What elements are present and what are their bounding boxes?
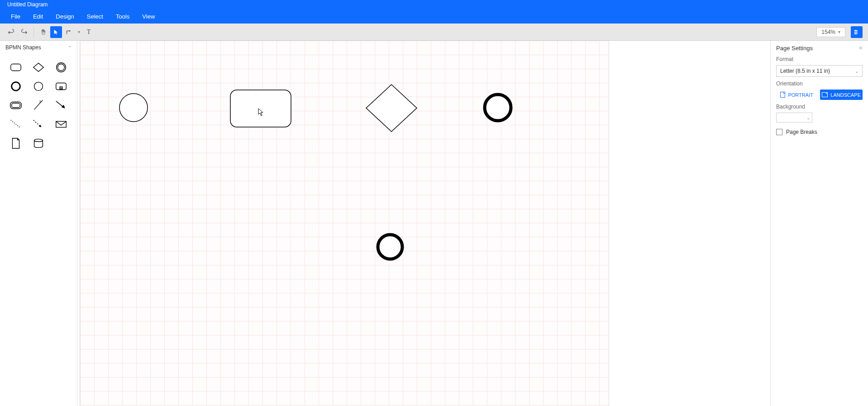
canvas-shape-circle[interactable]	[119, 93, 148, 124]
shape-subprocess[interactable]	[51, 78, 72, 95]
svg-rect-11	[12, 103, 20, 107]
document-title: Untitled Diagram	[7, 1, 48, 8]
canvas-page[interactable]	[80, 41, 609, 406]
shape-double-circle[interactable]	[51, 59, 72, 76]
menu-edit[interactable]: Edit	[27, 11, 49, 22]
svg-point-17	[378, 235, 402, 259]
title-bar: Untitled Diagram	[0, 0, 868, 9]
shape-datastore[interactable]	[28, 135, 49, 152]
properties-panel-toggle[interactable]	[851, 26, 863, 38]
canvas-shape-diamond[interactable]	[365, 84, 418, 134]
svg-rect-18	[781, 92, 785, 98]
portrait-button[interactable]: PORTRAIT	[776, 90, 817, 100]
menu-tools[interactable]: Tools	[110, 11, 136, 22]
pointer-tool-button[interactable]	[50, 26, 62, 38]
svg-point-6	[12, 82, 20, 91]
pan-tool-button[interactable]	[38, 26, 49, 38]
separator	[33, 27, 34, 37]
svg-point-5	[58, 64, 65, 71]
background-label: Background	[776, 104, 863, 110]
menu-file[interactable]: File	[5, 11, 27, 22]
shape-line-connector[interactable]	[28, 97, 49, 114]
svg-point-0	[855, 30, 856, 31]
canvas-shape-rounded-rect[interactable]	[229, 89, 292, 130]
properties-panel: Page Settings × Format Letter (8.5 in x …	[771, 41, 868, 406]
canvas[interactable]	[77, 41, 771, 406]
landscape-page-icon	[822, 92, 828, 97]
undo-button[interactable]	[5, 26, 17, 38]
svg-point-2	[854, 33, 856, 34]
chevron-down-icon: ▾	[838, 29, 840, 34]
canvas-shape-ring[interactable]	[483, 93, 513, 124]
page-breaks-label: Page Breaks	[786, 129, 817, 135]
page-breaks-checkbox[interactable]	[776, 129, 782, 135]
svg-point-7	[34, 82, 43, 91]
shape-diamond[interactable]	[28, 59, 49, 76]
shape-rounded-rect[interactable]	[5, 59, 26, 76]
chevron-down-icon: ▾	[78, 29, 80, 34]
connector-dropdown[interactable]: ▾	[76, 26, 82, 38]
menu-select[interactable]: Select	[81, 11, 110, 22]
menu-bar: File Edit Design Select Tools View	[0, 9, 868, 24]
menu-design[interactable]: Design	[49, 11, 80, 22]
toolbar: ▾ T 154% ▾	[0, 24, 868, 41]
orientation-label: Orientation	[776, 80, 863, 87]
shapes-sidebar: BPMN Shapes ⌃	[0, 41, 77, 406]
shape-dashed-arrow[interactable]	[28, 116, 49, 133]
collapse-icon[interactable]: ⌃	[68, 45, 72, 50]
svg-point-14	[119, 94, 148, 122]
shape-page[interactable]	[5, 135, 26, 152]
redo-button[interactable]	[18, 26, 30, 38]
landscape-button[interactable]: LANDSCAPE	[820, 90, 863, 100]
connector-tool-button[interactable]	[63, 26, 75, 38]
svg-point-16	[485, 94, 511, 121]
chevron-down-icon: ⌄	[855, 69, 858, 74]
sidebar-title: BPMN Shapes	[5, 44, 41, 51]
chevron-down-icon: ⌄	[806, 115, 810, 120]
shape-thin-circle[interactable]	[28, 78, 49, 95]
shape-thick-circle[interactable]	[5, 78, 26, 95]
properties-title: Page Settings	[776, 45, 813, 52]
shape-envelope[interactable]	[51, 116, 72, 133]
svg-rect-15	[230, 90, 291, 127]
format-label: Format	[776, 56, 863, 62]
zoom-select[interactable]: 154% ▾	[816, 27, 845, 37]
zoom-value: 154%	[821, 29, 835, 35]
text-icon: T	[87, 28, 91, 36]
format-select[interactable]: Letter (8.5 in x 11 in) ⌄	[776, 65, 863, 77]
shape-double-rounded-rect[interactable]	[5, 97, 26, 114]
svg-point-1	[856, 31, 858, 33]
background-color-picker[interactable]: ⌄	[776, 113, 812, 123]
canvas-shape-ring-small[interactable]	[376, 232, 405, 263]
close-icon[interactable]: ×	[859, 44, 863, 52]
svg-rect-3	[11, 64, 21, 71]
menu-view[interactable]: View	[136, 11, 161, 22]
shape-arrow-solid[interactable]	[51, 97, 72, 114]
svg-point-13	[34, 139, 43, 142]
shape-dotted-line[interactable]	[5, 116, 26, 133]
text-tool-button[interactable]: T	[83, 26, 95, 38]
format-value: Letter (8.5 in x 11 in)	[780, 68, 830, 74]
svg-rect-19	[822, 93, 828, 97]
portrait-page-icon	[780, 92, 785, 98]
